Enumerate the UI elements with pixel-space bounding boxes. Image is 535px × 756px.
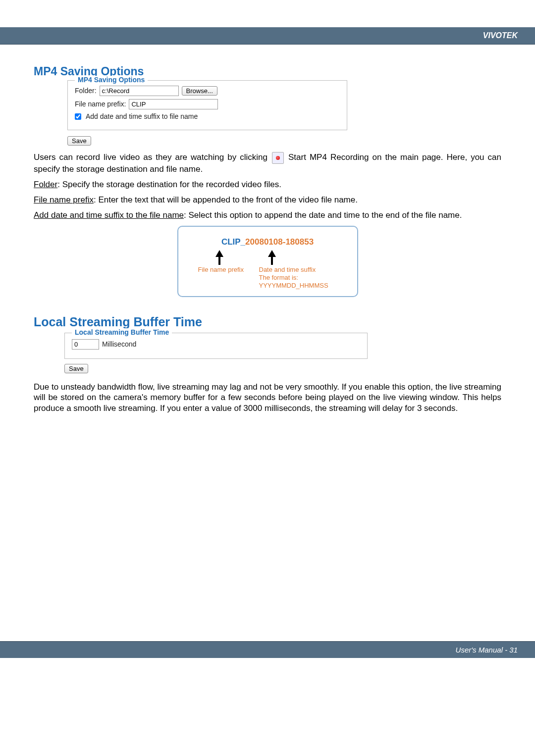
example-suffix: 20080108-180853 — [245, 237, 314, 247]
example-label-prefix: File name prefix — [198, 266, 250, 290]
folder-row: Folder: Browse... — [75, 86, 340, 96]
folder-input[interactable] — [100, 86, 179, 96]
suffix-row: Add date and time suffix to file name — [75, 112, 340, 121]
prefix-label: File name prefix: — [75, 100, 126, 109]
mp4-fieldset: MP4 Saving Options Folder: Browse... Fil… — [67, 80, 347, 131]
suffix-term: Add date and time suffix to the file nam… — [34, 210, 184, 220]
header-bar: VIVOTEK — [0, 27, 535, 45]
mp4-legend: MP4 Saving Options — [75, 76, 148, 85]
arrow-labels: File name prefix Date and time suffix Th… — [188, 266, 347, 290]
buffer-fieldset: Local Streaming Buffer Time Millisecond — [64, 333, 368, 359]
folder-term: Folder — [34, 180, 57, 189]
buffer-save-button[interactable]: Save — [64, 364, 88, 373]
example-label-format: The format is: YYYYMMDD_HHMMSS — [259, 274, 347, 290]
mp4-save-button[interactable]: Save — [67, 136, 91, 146]
arrow-up-icon — [268, 250, 276, 257]
mp4-desc-p1a: Users can record live video as they are … — [34, 152, 271, 162]
buffer-legend: Local Streaming Buffer Time — [72, 328, 172, 337]
buffer-input[interactable] — [72, 339, 99, 350]
suffix-def: : Select this option to append the date … — [184, 210, 462, 220]
prefix-term: File name prefix — [34, 195, 94, 204]
prefix-input[interactable] — [129, 99, 218, 109]
mp4-description: Users can record live video as they are … — [34, 152, 501, 221]
arrow-row — [188, 250, 347, 257]
buffer-section-title: Local Streaming Buffer Time — [34, 314, 501, 330]
filename-example-box: CLIP_20080108-180853 File name prefix Da… — [177, 226, 358, 297]
footer-bar: User's Manual - 31 — [0, 641, 535, 658]
buffer-row: Millisecond — [72, 339, 360, 350]
arrow-up-icon — [215, 250, 223, 257]
folder-def: : Specify the storage destination for th… — [57, 180, 281, 189]
example-label-suffix: Date and time suffix — [259, 266, 316, 273]
footer-text: User's Manual - 31 — [456, 646, 518, 654]
buffer-unit-label: Millisecond — [102, 340, 136, 349]
example-filename: CLIP_20080108-180853 — [188, 237, 347, 247]
buffer-description: Due to unsteady bandwidth flow, live str… — [34, 382, 501, 413]
suffix-checkbox-label: Add date and time suffix to file name — [86, 112, 198, 121]
browse-button[interactable]: Browse... — [182, 86, 217, 96]
prefix-def: : Enter the text that will be appended t… — [94, 195, 358, 204]
folder-label: Folder: — [75, 87, 97, 96]
prefix-row: File name prefix: — [75, 99, 340, 109]
suffix-checkbox[interactable] — [75, 113, 81, 120]
example-prefix: CLIP_ — [221, 237, 245, 247]
brand-text: VIVOTEK — [483, 31, 518, 40]
record-icon — [272, 152, 284, 164]
